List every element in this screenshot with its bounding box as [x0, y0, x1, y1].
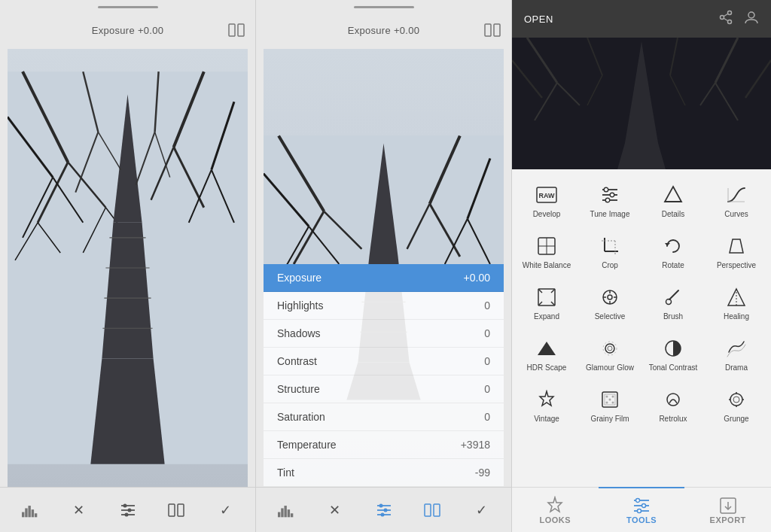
tool-white-balance[interactable]: White Balance	[515, 226, 578, 278]
tool-grainy-film[interactable]: Grainy Film	[578, 380, 641, 431]
tab-tools[interactable]: TOOLS	[599, 487, 685, 531]
adj-value-tint: -99	[475, 467, 490, 479]
compare-icon-middle[interactable]	[484, 23, 501, 37]
svg-rect-33	[25, 508, 27, 517]
export-tab-label: EXPORT	[710, 515, 746, 524]
adj-value-temperature: +3918	[461, 439, 490, 451]
svg-rect-43	[169, 504, 175, 516]
retrolux-icon	[661, 388, 685, 412]
tools-tab-label: TOOLS	[626, 515, 657, 524]
svg-marker-120	[730, 239, 743, 253]
vintage-icon	[535, 388, 559, 412]
svg-point-108	[605, 198, 610, 202]
svg-line-82	[724, 18, 728, 21]
adj-value-highlights: 0	[484, 299, 490, 312]
svg-point-79	[728, 11, 732, 14]
header-icons	[718, 10, 759, 29]
tool-tonal-contrast[interactable]: Tonal Contrast	[641, 329, 705, 380]
adj-value-saturation: 0	[484, 411, 490, 423]
tool-develop[interactable]: RAW Develop	[515, 175, 578, 226]
rotate-icon	[661, 234, 685, 258]
histogram-icon-left[interactable]	[18, 498, 42, 522]
adj-value-shadows: 0	[484, 327, 490, 339]
adj-row-exposure[interactable]: Exposure +0.00	[264, 264, 504, 292]
svg-point-144	[606, 396, 608, 398]
adj-row-saturation[interactable]: Saturation 0	[264, 403, 504, 431]
adj-row-temperature[interactable]: Temperature +3918	[264, 431, 504, 459]
rotate-label: Rotate	[662, 261, 684, 270]
grunge-icon	[724, 388, 748, 412]
tool-glamour-glow[interactable]: Glamour Glow	[578, 329, 641, 380]
tool-hdr-scape[interactable]: HDR Scape	[515, 329, 578, 380]
develop-icon: RAW	[535, 183, 559, 207]
svg-rect-44	[178, 504, 184, 516]
confirm-button-left[interactable]: ✓	[213, 498, 237, 522]
adj-value-contrast: 0	[484, 355, 490, 367]
top-bar-middle: Exposure +0.00	[256, 11, 511, 49]
tool-selective[interactable]: Selective	[578, 278, 641, 329]
panel-left: Exposure +0.00	[0, 0, 256, 532]
tool-curves[interactable]: Curves	[705, 175, 768, 226]
svg-point-75	[383, 508, 387, 512]
adj-row-tint[interactable]: Tint -99	[264, 459, 504, 487]
tool-brush[interactable]: Brush	[641, 278, 705, 329]
sliders-button-left[interactable]	[116, 498, 140, 522]
svg-point-162	[638, 509, 641, 512]
svg-rect-45	[485, 24, 491, 36]
healing-icon	[724, 285, 748, 309]
share-icon[interactable]	[718, 10, 733, 29]
panel-middle: Exposure +0.00	[256, 0, 512, 532]
svg-marker-119	[665, 243, 670, 246]
tool-details[interactable]: Details	[641, 175, 705, 226]
adj-row-highlights[interactable]: Highlights 0	[264, 292, 504, 320]
tool-crop[interactable]: Crop	[578, 226, 641, 278]
svg-point-137	[605, 344, 614, 353]
account-icon[interactable]	[744, 10, 759, 29]
adj-row-contrast[interactable]: Contrast 0	[264, 348, 504, 375]
tool-grunge[interactable]: Grunge	[705, 380, 768, 431]
histogram-icon-middle[interactable]	[274, 498, 298, 522]
svg-rect-1	[238, 24, 244, 36]
adj-row-shadows[interactable]: Shadows 0	[264, 320, 504, 348]
tune-image-label: Tune Image	[590, 210, 630, 219]
open-button[interactable]: OPEN	[524, 14, 553, 25]
cancel-button-left[interactable]: ✕	[67, 498, 91, 522]
tool-drama[interactable]: Drama	[705, 329, 768, 380]
export-icon	[718, 496, 738, 515]
compare-icon-left[interactable]	[228, 23, 245, 37]
svg-rect-70	[291, 513, 293, 517]
confirm-button-middle[interactable]: ✓	[469, 498, 493, 522]
panel-right: OPEN	[512, 0, 771, 532]
svg-point-84	[748, 12, 754, 18]
compare-button-middle[interactable]	[420, 498, 444, 522]
adj-row-structure[interactable]: Structure 0	[264, 375, 504, 403]
tool-perspective[interactable]: Perspective	[705, 226, 768, 278]
tab-looks[interactable]: LOOKS	[512, 488, 599, 532]
compare-button-left[interactable]	[164, 498, 188, 522]
svg-line-83	[724, 14, 728, 17]
retrolux-label: Retrolux	[659, 415, 687, 424]
tune-image-icon	[598, 183, 622, 207]
svg-point-151	[733, 397, 739, 403]
svg-rect-35	[32, 509, 34, 517]
tool-healing[interactable]: Healing	[705, 278, 768, 329]
tools-row-5: Vintage Grainy Film	[515, 380, 768, 431]
sliders-button-middle[interactable]	[372, 498, 396, 522]
selective-icon	[598, 285, 622, 309]
tool-vintage[interactable]: Vintage	[515, 380, 578, 431]
svg-rect-0	[229, 24, 235, 36]
hdr-scape-icon	[535, 336, 559, 360]
tool-rotate[interactable]: Rotate	[641, 226, 705, 278]
svg-marker-109	[665, 187, 681, 202]
brush-label: Brush	[663, 312, 683, 321]
selective-label: Selective	[595, 312, 626, 321]
cancel-button-middle[interactable]: ✕	[323, 498, 347, 522]
tab-export[interactable]: EXPORT	[684, 488, 771, 532]
crop-label: Crop	[602, 261, 618, 270]
tool-tune-image[interactable]: Tune Image	[578, 175, 641, 226]
tool-retrolux[interactable]: Retrolux	[641, 380, 705, 431]
svg-point-133	[666, 299, 672, 305]
tonal-contrast-icon	[661, 336, 685, 360]
right-image-preview	[512, 38, 771, 169]
tool-expand[interactable]: Expand	[515, 278, 578, 329]
